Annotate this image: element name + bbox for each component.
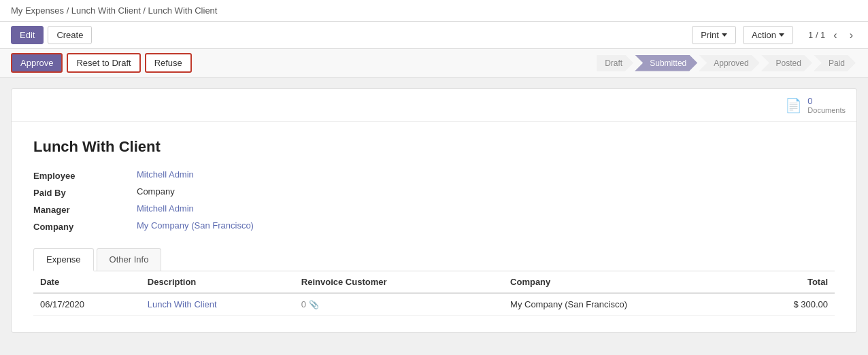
tabs: Expense Other Info xyxy=(33,248,835,271)
employee-label: Employee xyxy=(33,169,129,181)
tab-other-info-label: Other Info xyxy=(110,254,149,265)
edit-button[interactable]: Edit xyxy=(11,26,44,44)
form-fields: Employee Mitchell Admin Paid By Company … xyxy=(33,169,373,232)
tab-other-info[interactable]: Other Info xyxy=(97,248,162,271)
manager-label: Manager xyxy=(33,203,129,215)
company-value[interactable]: My Company (San Francisco) xyxy=(137,220,373,232)
row-description[interactable]: Lunch With Client xyxy=(141,293,295,316)
tab-expense-label: Expense xyxy=(46,254,81,265)
col-description: Description xyxy=(141,271,295,293)
form-body: Lunch With Client Employee Mitchell Admi… xyxy=(12,122,856,332)
document-icon: 📄 xyxy=(785,97,802,114)
status-approved-label: Approved xyxy=(714,58,748,68)
reinvoice-count: 0 xyxy=(301,299,306,309)
attachment-icon: 📎 xyxy=(309,300,319,309)
col-reinvoice: Reinvoice Customer xyxy=(295,271,478,293)
reset-draft-button[interactable]: Reset to Draft xyxy=(67,53,140,73)
row-extra xyxy=(478,293,503,316)
card-top: 📄 0 Documents xyxy=(12,89,856,122)
breadcrumb-text: My Expenses / Lunch With Client / Lunch … xyxy=(11,5,217,16)
refuse-button[interactable]: Refuse xyxy=(145,53,192,73)
action-chevron-icon xyxy=(779,33,784,37)
col-icons xyxy=(478,271,503,293)
doc-count-value: 0 xyxy=(807,96,846,106)
row-reinvoice: 0 📎 xyxy=(295,293,478,316)
row-date: 06/17/2020 xyxy=(33,293,141,316)
approve-button[interactable]: Approve xyxy=(11,53,63,73)
doc-label: Documents xyxy=(807,106,846,114)
manager-value[interactable]: Mitchell Admin xyxy=(137,203,373,215)
form-card: 📄 0 Documents Lunch With Client Employee… xyxy=(11,88,857,333)
col-total: Total xyxy=(746,271,835,293)
status-pipeline: Draft Submitted Approved Posted Paid xyxy=(597,55,857,71)
create-button[interactable]: Create xyxy=(48,26,92,44)
status-draft: Draft xyxy=(597,55,633,71)
col-company: Company xyxy=(503,271,746,293)
status-submitted-label: Submitted xyxy=(650,58,686,68)
breadcrumb: My Expenses / Lunch With Client / Lunch … xyxy=(0,0,868,22)
row-company: My Company (San Francisco) xyxy=(503,293,746,316)
action-button[interactable]: Action xyxy=(743,26,793,44)
company-label: Company xyxy=(33,220,129,232)
status-draft-label: Draft xyxy=(605,58,622,68)
form-title: Lunch With Client xyxy=(33,138,835,156)
action-label: Action xyxy=(752,30,776,40)
prev-button[interactable]: ‹ xyxy=(829,28,841,43)
tab-expense[interactable]: Expense xyxy=(33,248,94,271)
print-button[interactable]: Print xyxy=(692,26,736,44)
toolbar: Edit Create Print Action 1 / 1 ‹ › xyxy=(0,22,868,49)
status-approved: Approved xyxy=(699,55,759,71)
status-posted: Posted xyxy=(761,55,812,71)
main-content: 📄 0 Documents Lunch With Client Employee… xyxy=(0,78,868,343)
print-chevron-icon xyxy=(722,33,727,37)
status-posted-label: Posted xyxy=(776,58,801,68)
status-submitted: Submitted xyxy=(635,55,697,71)
pagination-text: 1 / 1 xyxy=(808,30,825,40)
expense-table: Date Description Reinvoice Customer Comp… xyxy=(33,271,835,316)
paid-by-value: Company xyxy=(137,186,373,198)
table-row: 06/17/2020 Lunch With Client 0 📎 My Comp… xyxy=(33,293,835,316)
row-total: $ 300.00 xyxy=(746,293,835,316)
status-paid-label: Paid xyxy=(829,58,845,68)
employee-value[interactable]: Mitchell Admin xyxy=(137,169,373,181)
next-button[interactable]: › xyxy=(846,28,857,43)
status-paid: Paid xyxy=(814,55,856,71)
paid-by-label: Paid By xyxy=(33,186,129,198)
action-bar: Approve Reset to Draft Refuse Draft Subm… xyxy=(0,49,868,78)
print-label: Print xyxy=(701,30,719,40)
col-date: Date xyxy=(33,271,141,293)
documents-section[interactable]: 📄 0 Documents xyxy=(785,96,846,114)
